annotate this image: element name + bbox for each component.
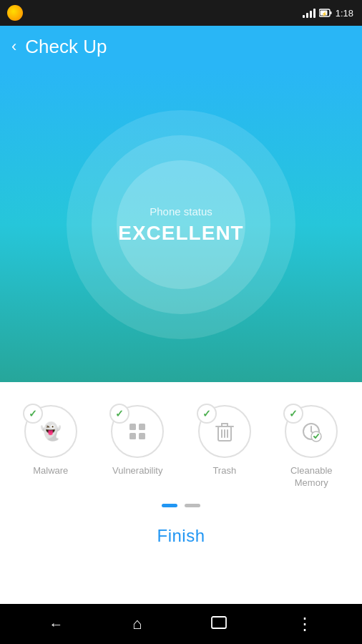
status-time: 1:18 [336,8,353,19]
cleanable-memory-circle [285,405,338,458]
signal-bars [303,8,315,18]
svg-text:⚡: ⚡ [321,11,328,17]
vulnerability-check [109,404,129,424]
svg-rect-18 [212,617,226,628]
nav-recent-button[interactable] [211,616,227,633]
circle-outer: Phone status EXCELLENT [67,110,295,339]
malware-label: Malware [33,465,68,477]
status-icons: ⚡ 1:18 [303,8,353,19]
status-item-malware[interactable]: 👻 Malware [11,405,90,477]
cleanable-memory-label: Cleanable Memory [290,465,333,489]
page-dot-2 [185,504,200,507]
signal-bar-3 [310,11,312,18]
svg-rect-4 [129,424,136,430]
bottom-section: 👻 Malware Vulnerability [0,382,362,618]
page-dot-1 [162,504,177,507]
app-icon [7,5,23,21]
status-item-cleanable-memory[interactable]: Cleanable Memory [272,405,351,489]
nav-more-button[interactable]: ⋮ [296,614,313,634]
circle-middle: Phone status EXCELLENT [92,135,270,314]
trash-check [197,404,217,424]
nav-bar: ← ⌂ ⋮ [0,604,362,644]
malware-icon: 👻 [40,421,62,441]
back-button[interactable]: ‹ [11,37,16,56]
page-dots [162,504,200,507]
nav-home-button[interactable]: ⌂ [132,615,142,633]
status-bar: ⚡ 1:18 [0,0,362,26]
finish-button[interactable]: Finish [157,526,205,546]
cleanable-memory-icon [300,421,322,442]
signal-bar-2 [306,13,308,18]
malware-circle: 👻 [24,405,77,458]
status-item-trash[interactable]: Trash [185,405,264,477]
malware-check [23,404,43,424]
battery-icon: ⚡ [319,9,332,17]
vulnerability-label: Vulnerability [112,465,162,477]
signal-bar-4 [313,9,315,18]
vulnerability-circle [111,405,164,458]
trash-label: Trash [212,465,236,477]
signal-bar-1 [303,15,305,18]
svg-rect-6 [129,433,136,439]
trash-icon [215,421,235,442]
svg-rect-5 [139,424,145,430]
app-header: ‹ Check Up [0,26,362,67]
phone-status-value: EXCELLENT [118,222,243,245]
page-title: Check Up [25,36,107,58]
svg-rect-7 [139,433,145,439]
vulnerability-icon [127,421,147,441]
nav-back-button[interactable]: ← [49,616,63,633]
hero-section: Phone status EXCELLENT [0,67,362,382]
circle-inner: Phone status EXCELLENT [117,160,245,289]
status-items-row: 👻 Malware Vulnerability [0,382,362,501]
status-item-vulnerability[interactable]: Vulnerability [98,405,177,477]
svg-rect-1 [330,11,331,14]
trash-circle [198,405,251,458]
phone-status-label: Phone status [150,205,212,218]
